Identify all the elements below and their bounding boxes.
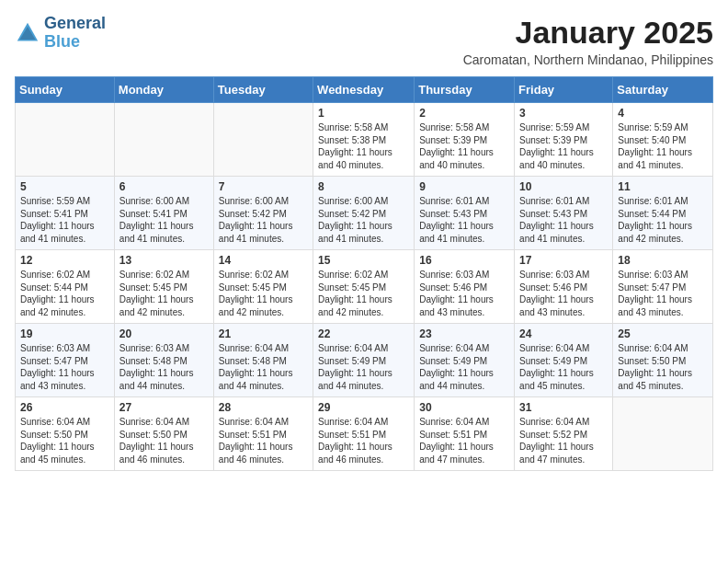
table-cell (114, 103, 213, 177)
day-info: Sunrise: 5:59 AMSunset: 5:39 PMDaylight:… (519, 121, 608, 171)
day-info: Sunrise: 5:59 AMSunset: 5:41 PMDaylight:… (20, 195, 109, 245)
table-cell: 17Sunrise: 6:03 AMSunset: 5:46 PMDayligh… (515, 250, 613, 324)
day-info: Sunrise: 6:04 AMSunset: 5:51 PMDaylight:… (219, 416, 308, 465)
day-number: 15 (318, 254, 409, 267)
day-number: 12 (20, 254, 109, 267)
day-number: 22 (318, 327, 409, 340)
weekday-header-wednesday: Wednesday (313, 77, 415, 103)
day-number: 8 (318, 180, 409, 193)
day-info: Sunrise: 6:04 AMSunset: 5:50 PMDaylight:… (20, 416, 109, 465)
table-cell: 10Sunrise: 6:01 AMSunset: 5:43 PMDayligh… (515, 177, 613, 250)
day-number: 5 (20, 180, 109, 193)
day-number: 19 (20, 327, 109, 340)
week-row-2: 5Sunrise: 5:59 AMSunset: 5:41 PMDaylight… (16, 177, 713, 250)
day-number: 14 (219, 254, 308, 267)
day-info: Sunrise: 6:04 AMSunset: 5:51 PMDaylight:… (318, 416, 409, 465)
table-cell: 16Sunrise: 6:03 AMSunset: 5:46 PMDayligh… (415, 250, 515, 324)
logo-text: General Blue (44, 15, 106, 52)
table-cell: 23Sunrise: 6:04 AMSunset: 5:49 PMDayligh… (415, 324, 515, 397)
day-info: Sunrise: 5:58 AMSunset: 5:38 PMDaylight:… (318, 121, 409, 171)
day-info: Sunrise: 6:03 AMSunset: 5:46 PMDaylight:… (419, 269, 509, 318)
table-cell: 15Sunrise: 6:02 AMSunset: 5:45 PMDayligh… (313, 250, 415, 324)
day-info: Sunrise: 6:04 AMSunset: 5:50 PMDaylight:… (119, 416, 209, 465)
day-info: Sunrise: 6:01 AMSunset: 5:44 PMDaylight:… (618, 195, 708, 245)
table-cell: 11Sunrise: 6:01 AMSunset: 5:44 PMDayligh… (613, 177, 713, 250)
title-block: January 2025 Caromatan, Northern Mindana… (463, 15, 713, 67)
table-cell: 25Sunrise: 6:04 AMSunset: 5:50 PMDayligh… (613, 324, 713, 397)
day-number: 7 (219, 180, 308, 193)
table-cell: 22Sunrise: 6:04 AMSunset: 5:49 PMDayligh… (313, 324, 415, 397)
day-number: 18 (618, 254, 708, 267)
table-cell: 1Sunrise: 5:58 AMSunset: 5:38 PMDaylight… (313, 103, 415, 177)
table-cell: 3Sunrise: 5:59 AMSunset: 5:39 PMDaylight… (515, 103, 613, 177)
table-cell: 26Sunrise: 6:04 AMSunset: 5:50 PMDayligh… (16, 397, 115, 471)
weekday-header-friday: Friday (515, 77, 613, 103)
day-number: 16 (419, 254, 509, 267)
weekday-header-monday: Monday (114, 77, 213, 103)
day-number: 6 (119, 180, 209, 193)
table-cell: 2Sunrise: 5:58 AMSunset: 5:39 PMDaylight… (415, 103, 515, 177)
table-cell: 24Sunrise: 6:04 AMSunset: 5:49 PMDayligh… (515, 324, 613, 397)
day-info: Sunrise: 6:02 AMSunset: 5:45 PMDaylight:… (318, 269, 409, 318)
day-number: 1 (318, 107, 409, 120)
table-cell: 8Sunrise: 6:00 AMSunset: 5:42 PMDaylight… (313, 177, 415, 250)
day-info: Sunrise: 6:04 AMSunset: 5:49 PMDaylight:… (519, 342, 608, 392)
table-cell: 19Sunrise: 6:03 AMSunset: 5:47 PMDayligh… (16, 324, 115, 397)
day-info: Sunrise: 6:03 AMSunset: 5:46 PMDaylight:… (519, 269, 608, 318)
day-number: 27 (119, 401, 209, 414)
table-cell: 13Sunrise: 6:02 AMSunset: 5:45 PMDayligh… (114, 250, 213, 324)
day-info: Sunrise: 6:03 AMSunset: 5:47 PMDaylight:… (20, 342, 109, 392)
day-info: Sunrise: 5:59 AMSunset: 5:40 PMDaylight:… (618, 121, 708, 171)
day-number: 20 (119, 327, 209, 340)
day-info: Sunrise: 6:04 AMSunset: 5:51 PMDaylight:… (419, 416, 509, 465)
day-number: 21 (219, 327, 308, 340)
day-number: 4 (618, 107, 708, 120)
day-info: Sunrise: 6:02 AMSunset: 5:45 PMDaylight:… (219, 269, 308, 318)
day-info: Sunrise: 6:03 AMSunset: 5:47 PMDaylight:… (618, 269, 708, 318)
table-cell (613, 397, 713, 471)
table-cell: 7Sunrise: 6:00 AMSunset: 5:42 PMDaylight… (213, 177, 313, 250)
table-cell: 28Sunrise: 6:04 AMSunset: 5:51 PMDayligh… (213, 397, 313, 471)
table-cell: 4Sunrise: 5:59 AMSunset: 5:40 PMDaylight… (613, 103, 713, 177)
day-info: Sunrise: 6:01 AMSunset: 5:43 PMDaylight:… (419, 195, 509, 245)
day-number: 3 (519, 107, 608, 120)
table-cell: 20Sunrise: 6:03 AMSunset: 5:48 PMDayligh… (114, 324, 213, 397)
table-cell: 12Sunrise: 6:02 AMSunset: 5:44 PMDayligh… (16, 250, 115, 324)
week-row-1: 1Sunrise: 5:58 AMSunset: 5:38 PMDaylight… (16, 103, 713, 177)
page-header: General Blue January 2025 Caromatan, Nor… (15, 15, 713, 67)
week-row-3: 12Sunrise: 6:02 AMSunset: 5:44 PMDayligh… (16, 250, 713, 324)
table-cell (16, 103, 115, 177)
table-cell (213, 103, 313, 177)
day-info: Sunrise: 6:04 AMSunset: 5:48 PMDaylight:… (219, 342, 308, 392)
day-number: 11 (618, 180, 708, 193)
day-number: 9 (419, 180, 509, 193)
day-number: 25 (618, 327, 708, 340)
day-info: Sunrise: 6:04 AMSunset: 5:49 PMDaylight:… (318, 342, 409, 392)
day-info: Sunrise: 6:00 AMSunset: 5:41 PMDaylight:… (119, 195, 209, 245)
table-cell: 14Sunrise: 6:02 AMSunset: 5:45 PMDayligh… (213, 250, 313, 324)
day-info: Sunrise: 6:00 AMSunset: 5:42 PMDaylight:… (219, 195, 308, 245)
calendar-subtitle: Caromatan, Northern Mindanao, Philippine… (463, 52, 713, 67)
table-cell: 29Sunrise: 6:04 AMSunset: 5:51 PMDayligh… (313, 397, 415, 471)
day-number: 28 (219, 401, 308, 414)
day-info: Sunrise: 6:00 AMSunset: 5:42 PMDaylight:… (318, 195, 409, 245)
weekday-header-sunday: Sunday (16, 77, 115, 103)
weekday-header-thursday: Thursday (415, 77, 515, 103)
day-number: 10 (519, 180, 608, 193)
week-row-4: 19Sunrise: 6:03 AMSunset: 5:47 PMDayligh… (16, 324, 713, 397)
logo-icon (15, 20, 40, 46)
day-number: 30 (419, 401, 509, 414)
day-info: Sunrise: 5:58 AMSunset: 5:39 PMDaylight:… (419, 121, 509, 171)
day-info: Sunrise: 6:01 AMSunset: 5:43 PMDaylight:… (519, 195, 608, 245)
table-cell: 5Sunrise: 5:59 AMSunset: 5:41 PMDaylight… (16, 177, 115, 250)
day-number: 31 (519, 401, 608, 414)
day-info: Sunrise: 6:04 AMSunset: 5:49 PMDaylight:… (419, 342, 509, 392)
day-number: 13 (119, 254, 209, 267)
weekday-header-tuesday: Tuesday (213, 77, 313, 103)
day-number: 29 (318, 401, 409, 414)
weekday-header-saturday: Saturday (613, 77, 713, 103)
table-cell: 6Sunrise: 6:00 AMSunset: 5:41 PMDaylight… (114, 177, 213, 250)
day-number: 26 (20, 401, 109, 414)
calendar-table: SundayMondayTuesdayWednesdayThursdayFrid… (15, 76, 713, 471)
day-info: Sunrise: 6:04 AMSunset: 5:52 PMDaylight:… (519, 416, 608, 465)
